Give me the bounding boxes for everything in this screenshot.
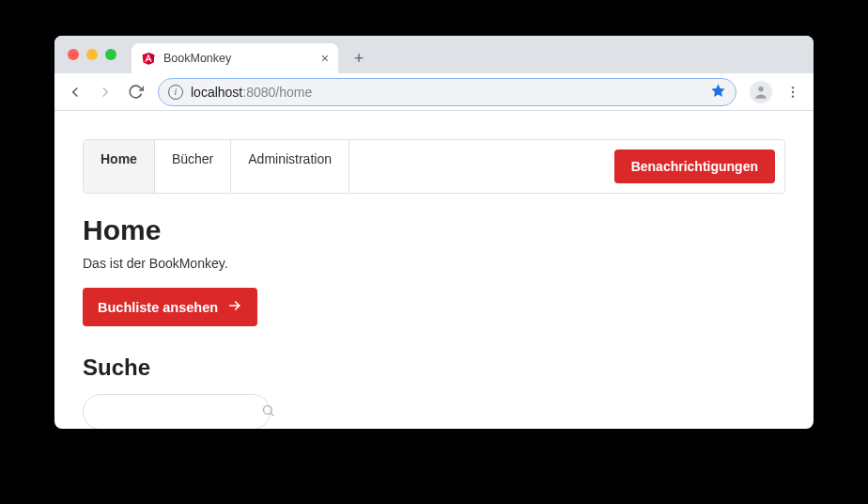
browser-toolbar: i localhost:8080/home: [54, 73, 814, 111]
angular-favicon-icon: [141, 51, 156, 66]
url-text: localhost:8080/home: [191, 85, 312, 100]
new-tab-button[interactable]: +: [346, 45, 372, 71]
svg-line-9: [271, 413, 273, 416]
main-nav: Home Bücher Administration Benachrichtig…: [83, 139, 785, 194]
search-icon: [261, 403, 275, 421]
close-tab-icon[interactable]: ×: [321, 52, 329, 65]
nav-spacer: [349, 140, 605, 193]
window-minimize-button[interactable]: [86, 49, 98, 60]
window-maximize-button[interactable]: [105, 49, 116, 60]
svg-point-6: [792, 95, 794, 97]
site-info-icon[interactable]: i: [168, 85, 183, 100]
profile-avatar[interactable]: [750, 81, 772, 103]
notifications-label: Benachrichtigungen: [631, 159, 758, 174]
browser-tab[interactable]: BookMonkey ×: [132, 43, 338, 73]
browser-menu-button[interactable]: [780, 79, 806, 105]
window-close-button[interactable]: [68, 49, 79, 60]
svg-point-4: [792, 87, 794, 88]
view-booklist-button[interactable]: Buchliste ansehen: [83, 288, 257, 326]
svg-point-8: [264, 405, 272, 414]
search-heading: Suche: [83, 354, 785, 381]
search-input[interactable]: [97, 404, 261, 419]
svg-point-5: [792, 90, 794, 92]
reload-button[interactable]: [122, 79, 148, 105]
cta-label: Buchliste ansehen: [98, 300, 218, 315]
arrow-right-icon: [227, 298, 242, 316]
tab-title: BookMonkey: [163, 52, 314, 65]
bookmark-star-icon[interactable]: [710, 83, 726, 102]
svg-marker-2: [711, 84, 724, 96]
nav-item-label: Bücher: [172, 151, 213, 166]
search-field-wrapper: [83, 394, 271, 429]
nav-item-label: Administration: [248, 151, 332, 166]
window-controls: [64, 36, 124, 73]
nav-item-books[interactable]: Bücher: [155, 140, 231, 193]
address-bar[interactable]: i localhost:8080/home: [158, 78, 736, 106]
notifications-button[interactable]: Benachrichtigungen: [614, 150, 775, 183]
svg-point-3: [758, 87, 763, 91]
page-heading: Home: [83, 214, 785, 246]
forward-button[interactable]: [92, 79, 118, 105]
nav-item-administration[interactable]: Administration: [231, 140, 349, 193]
nav-item-home[interactable]: Home: [84, 140, 155, 193]
page-content: Home Bücher Administration Benachrichtig…: [54, 111, 814, 429]
tab-strip: BookMonkey × +: [54, 36, 814, 73]
back-button[interactable]: [62, 79, 88, 105]
page-subtitle: Das ist der BookMonkey.: [83, 256, 785, 271]
nav-item-label: Home: [101, 151, 137, 166]
browser-window: BookMonkey × + i localhost:8080/home: [54, 36, 814, 429]
